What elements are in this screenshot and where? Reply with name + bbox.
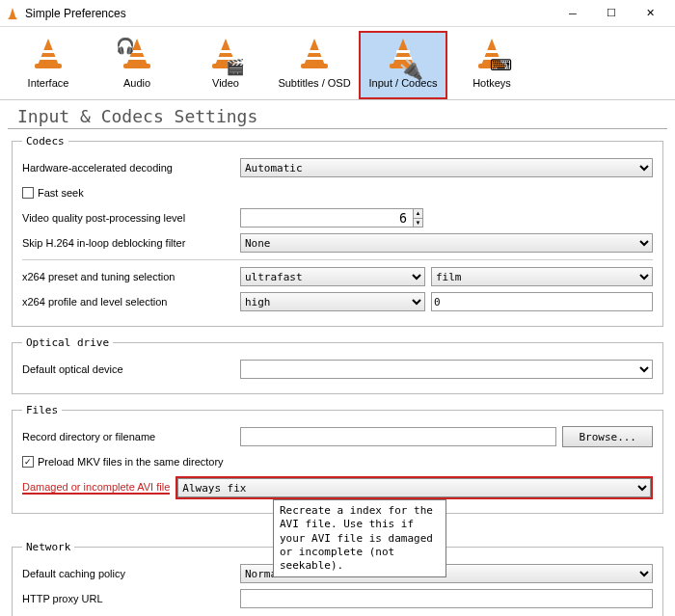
tab-label: Audio <box>123 77 150 89</box>
fast-seek-checkbox[interactable]: Fast seek <box>22 187 84 199</box>
tab-label: Interface <box>28 77 69 89</box>
maximize-button[interactable]: ☐ <box>592 0 631 27</box>
x264-profile-label: x264 profile and level selection <box>22 296 234 308</box>
subtitles-icon <box>297 39 332 73</box>
vq-label: Video quality post-processing level <box>22 212 234 224</box>
record-label: Record directory or filename <box>22 431 234 442</box>
page-heading: Input & Codecs Settings <box>8 100 667 129</box>
hw-decode-label: Hardware-accelerated decoding <box>22 162 234 174</box>
codecs-icon: 🔌 <box>386 39 420 73</box>
fast-seek-label: Fast seek <box>38 187 84 199</box>
tab-interface[interactable]: Interface <box>4 31 93 99</box>
codecs-group: Codecs Hardware-accelerated decoding Aut… <box>12 135 663 327</box>
tab-audio[interactable]: 🎧 Audio <box>93 31 181 99</box>
optical-select[interactable] <box>240 360 653 379</box>
codecs-legend: Codecs <box>22 135 68 147</box>
skip-loop-select[interactable]: None <box>240 233 653 253</box>
spin-down-icon[interactable]: ▼ <box>414 219 422 228</box>
preload-label: Preload MKV files in the same directory <box>38 456 224 468</box>
files-group: Files Record directory or filename Brows… <box>12 404 663 514</box>
record-input[interactable] <box>240 427 556 446</box>
cache-label: Default caching policy <box>22 568 234 579</box>
tab-hotkeys[interactable]: ⌨ Hotkeys <box>447 31 536 99</box>
audio-icon: 🎧 <box>120 39 154 73</box>
video-icon: 🎬 <box>208 39 243 73</box>
x264-profile-select[interactable]: high <box>240 292 425 311</box>
tab-video[interactable]: 🎬 Video <box>181 31 270 99</box>
x264-preset-select[interactable]: ultrafast <box>240 267 425 286</box>
window-title: Simple Preferences <box>25 7 554 20</box>
hw-decode-select[interactable]: Automatic <box>240 158 653 177</box>
vq-input[interactable] <box>241 209 413 227</box>
tab-input-codecs[interactable]: 🔌 Input / Codecs <box>359 31 447 99</box>
tab-label: Hotkeys <box>472 77 511 89</box>
proxy-input[interactable] <box>240 589 653 608</box>
app-icon <box>6 7 19 20</box>
skip-loop-label: Skip H.264 in-loop deblocking filter <box>22 237 234 249</box>
optical-label: Default optical device <box>22 363 234 375</box>
x264-tune-select[interactable]: film <box>431 267 653 286</box>
interface-icon <box>31 39 66 73</box>
network-legend: Network <box>22 541 74 553</box>
minimize-button[interactable]: ─ <box>554 0 592 27</box>
avi-tooltip: Recreate a index for the AVI file. Use t… <box>273 499 446 577</box>
avi-label: Damaged or incomplete AVI file <box>22 481 170 495</box>
svg-rect-1 <box>9 17 17 19</box>
proxy-label: HTTP proxy URL <box>22 593 234 604</box>
optical-group: Optical drive Default optical device <box>12 336 663 394</box>
x264-level-input[interactable] <box>431 292 653 311</box>
tab-label: Video <box>212 77 239 89</box>
preload-mkv-checkbox[interactable]: ✓Preload MKV files in the same directory <box>22 456 224 468</box>
files-legend: Files <box>22 404 62 416</box>
browse-button[interactable]: Browse... <box>562 426 653 447</box>
spin-up-icon[interactable]: ▲ <box>414 209 422 219</box>
hotkeys-icon: ⌨ <box>474 39 509 73</box>
x264-preset-label: x264 preset and tuning selection <box>22 271 234 282</box>
category-tabs: Interface 🎧 Audio 🎬 Video Subtitles / OS… <box>0 27 675 100</box>
svg-marker-0 <box>10 7 16 17</box>
avi-highlight: Always fix <box>176 476 653 499</box>
optical-legend: Optical drive <box>22 336 113 349</box>
close-button[interactable]: ✕ <box>631 0 669 27</box>
avi-select[interactable]: Always fix <box>177 478 651 497</box>
tab-subtitles[interactable]: Subtitles / OSD <box>270 31 359 99</box>
vq-spinbox[interactable]: ▲▼ <box>240 208 423 228</box>
titlebar: Simple Preferences ─ ☐ ✕ <box>0 0 675 27</box>
tab-label: Subtitles / OSD <box>278 77 350 89</box>
